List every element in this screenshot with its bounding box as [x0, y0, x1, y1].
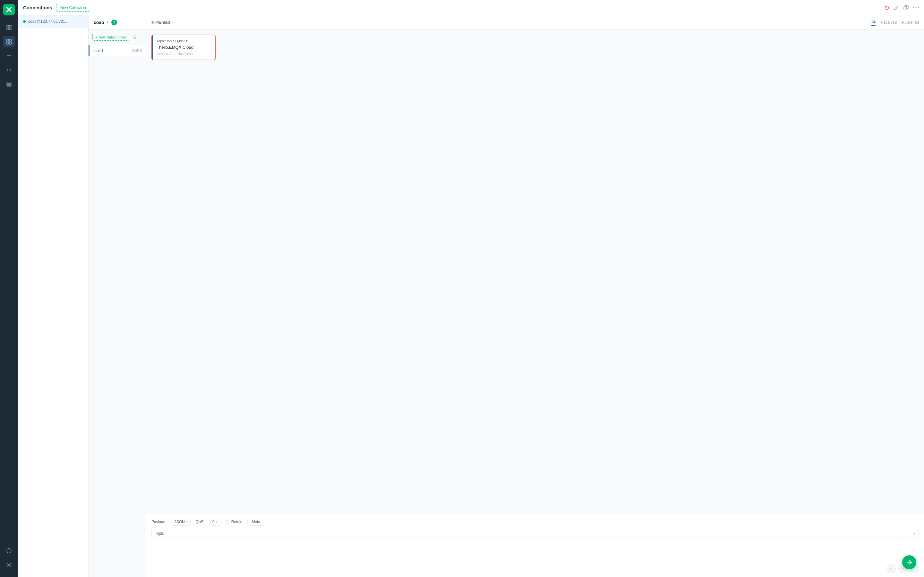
- more-icon[interactable]: [913, 7, 919, 8]
- power-icon[interactable]: [884, 5, 889, 10]
- sidebar-item-info[interactable]: [3, 545, 15, 556]
- format-selector[interactable]: Plaintext ▾: [152, 20, 173, 25]
- svg-rect-4: [6, 39, 9, 41]
- svg-rect-8: [7, 82, 11, 83]
- message-card: Topic: topic1 QoS: 0 hello,EMQX Cloud 20…: [152, 35, 216, 60]
- send-button[interactable]: [902, 555, 916, 569]
- svg-rect-5: [9, 39, 11, 41]
- qos-label: QoS:: [196, 520, 204, 524]
- connection-chevron-icon[interactable]: ▾: [107, 20, 109, 24]
- copy-icon[interactable]: [903, 5, 909, 10]
- sidebar-item-settings[interactable]: [3, 559, 15, 571]
- connection-header-bar: coap ▾ 1: [89, 15, 146, 29]
- tab-published[interactable]: Published: [902, 19, 919, 25]
- qos-value: 0: [212, 520, 215, 524]
- svg-point-16: [916, 7, 917, 8]
- svg-rect-6: [6, 42, 9, 44]
- qos-chevron-icon: ▾: [216, 520, 218, 524]
- new-collection-button[interactable]: New Collection: [56, 4, 90, 11]
- connection-label: coap@120.77.65.70:...: [28, 19, 67, 24]
- edit-icon[interactable]: [894, 5, 899, 10]
- svg-point-17: [918, 7, 919, 8]
- connection-status-dot: [23, 20, 26, 23]
- svg-rect-0: [7, 25, 9, 27]
- payload-label: Payload:: [152, 520, 166, 524]
- connection-name: coap: [94, 20, 104, 25]
- subscriptions-header: + New Subscription: [89, 29, 146, 45]
- sidebar-item-active[interactable]: [3, 36, 15, 47]
- topic-name: topic1: [94, 48, 103, 53]
- connections-panel: coap@120.77.65.70:...: [18, 15, 89, 577]
- message-meta: Topic: topic1 QoS: 0: [157, 39, 210, 43]
- message-timestamp: 2022-04-11 10:49:26:830: [157, 52, 210, 56]
- sidebar-item-connections[interactable]: [3, 22, 15, 33]
- message-body-text: hello,EMQX Cloud: [157, 45, 210, 50]
- svg-rect-2: [7, 28, 9, 30]
- compose-text-area[interactable]: [152, 541, 919, 560]
- content-area: coap@120.77.65.70:... coap ▾ 1 + New Sub…: [18, 15, 924, 577]
- svg-rect-1: [9, 25, 11, 27]
- format-label: Plaintext: [155, 20, 170, 25]
- sidebar-item-add[interactable]: [3, 50, 15, 61]
- topbar: Connections New Collection: [18, 0, 924, 15]
- subscriptions-panel: coap ▾ 1 + New Subscription topic1 QoS 0: [89, 15, 146, 577]
- connection-item-coap[interactable]: coap@120.77.65.70:...: [18, 15, 88, 27]
- retain-toggle[interactable]: Retain: [226, 520, 242, 524]
- topic-chevron-icon: ▾: [913, 531, 915, 536]
- main-content: Connections New Collection: [18, 0, 924, 577]
- sidebar-item-data[interactable]: [3, 78, 15, 90]
- messages-body: Topic: topic1 QoS: 0 hello,EMQX Cloud 20…: [146, 29, 924, 514]
- format-chevron-icon: ▾: [171, 21, 173, 24]
- messages-header: Plaintext ▾ All Received Published: [146, 15, 924, 29]
- topbar-actions: [884, 5, 919, 10]
- plus-icon: +: [95, 35, 97, 39]
- messages-panel: Plaintext ▾ All Received Published Topic…: [146, 15, 924, 577]
- tab-all[interactable]: All: [871, 19, 876, 26]
- new-subscription-button[interactable]: + New Subscription: [92, 34, 129, 41]
- message-filter-tabs: All Received Published: [871, 19, 919, 26]
- qos-selector[interactable]: 0 ▾: [210, 518, 220, 526]
- retain-label: Retain: [231, 520, 242, 524]
- svg-rect-3: [9, 28, 11, 30]
- topbar-title: Connections: [23, 5, 52, 10]
- sidebar-bottom: [3, 545, 15, 573]
- svg-rect-7: [9, 42, 11, 44]
- retain-radio-icon: [226, 520, 229, 524]
- meta-button[interactable]: Meta: [247, 518, 264, 526]
- sidebar-item-code[interactable]: [3, 64, 15, 76]
- connection-message-badge: 1: [111, 19, 117, 25]
- payload-format-value: JSON: [174, 520, 185, 524]
- payload-format-selector[interactable]: JSON ▾: [172, 518, 191, 526]
- tab-received[interactable]: Received: [881, 19, 897, 25]
- compose-actions: ← − →: [152, 564, 919, 573]
- compose-controls: Payload: JSON ▾ QoS: 0 ▾ Retain Meta: [152, 518, 919, 526]
- svg-point-13: [8, 564, 10, 566]
- payload-format-chevron-icon: ▾: [186, 520, 188, 524]
- compose-area: Payload: JSON ▾ QoS: 0 ▾ Retain Meta: [146, 514, 924, 577]
- topic-qos: QoS 0: [132, 49, 142, 53]
- topic-input-row: ▾: [152, 529, 919, 538]
- format-dot: [152, 21, 154, 24]
- sidebar-nav: [3, 22, 15, 545]
- svg-rect-9: [7, 84, 11, 85]
- svg-point-15: [913, 7, 914, 8]
- back-button[interactable]: ←: [887, 564, 896, 573]
- sidebar: [0, 0, 18, 577]
- app-logo[interactable]: [3, 4, 15, 15]
- topic-item-topic1[interactable]: topic1 QoS 0: [89, 45, 146, 56]
- svg-point-12: [9, 550, 9, 550]
- svg-rect-14: [904, 6, 907, 10]
- topic-input[interactable]: [155, 531, 913, 536]
- svg-rect-10: [7, 85, 11, 86]
- filter-icon[interactable]: [130, 33, 139, 42]
